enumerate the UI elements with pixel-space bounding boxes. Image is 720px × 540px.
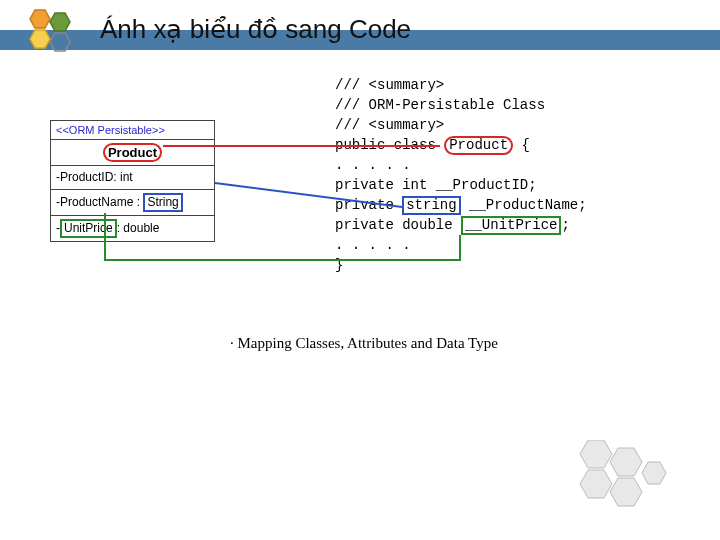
code-line-5: . . . . . <box>335 155 587 175</box>
highlight-code-field-green: __UnitPrice <box>461 216 561 235</box>
svg-marker-7 <box>610 448 642 476</box>
svg-marker-10 <box>642 462 666 484</box>
code-line-7: private string __ProductName; <box>335 195 587 215</box>
code-line-4: public class Product { <box>335 135 587 155</box>
highlight-code-type-blue: string <box>402 196 460 215</box>
uml-attr-productid: -ProductID: int <box>51 166 214 190</box>
highlight-type-blue: String <box>143 193 182 212</box>
code-line-8: private double __UnitPrice; <box>335 215 587 235</box>
highlight-classname-red: Product <box>103 143 162 162</box>
svg-marker-3 <box>50 33 70 51</box>
caption: · Mapping Classes, Attributes and Data T… <box>230 335 498 352</box>
uml-attributes: -ProductID: int -ProductName : String -U… <box>51 166 214 241</box>
code-line-3: /// <summary> <box>335 115 587 135</box>
code-line-9: . . . . . <box>335 235 587 255</box>
uml-attr-productname: -ProductName : String <box>51 190 214 216</box>
code-line-6: private int __ProductID; <box>335 175 587 195</box>
uml-stereotype: <<ORM Persistable>> <box>51 121 214 140</box>
svg-marker-9 <box>610 478 642 506</box>
code-line-2: /// ORM-Persistable Class <box>335 95 587 115</box>
code-line-10: } <box>335 255 587 275</box>
code-line-1: /// <summary> <box>335 75 587 95</box>
uml-class-name: Product <box>51 140 214 166</box>
svg-marker-8 <box>580 470 612 498</box>
code-block: /// <summary> /// ORM-Persistable Class … <box>335 75 587 275</box>
footer-hexagon-decoration <box>560 440 670 510</box>
uml-attr-unitprice: -UnitPrice: double <box>51 216 214 241</box>
highlight-code-classname-red: Product <box>444 136 513 155</box>
svg-marker-2 <box>30 30 50 48</box>
header-hexagon-decoration <box>18 8 88 58</box>
highlight-attr-green: UnitPrice <box>60 219 117 238</box>
svg-marker-1 <box>50 13 70 31</box>
page-title: Ánh xạ biểu đồ sang Code <box>100 14 411 45</box>
uml-class-box: <<ORM Persistable>> Product -ProductID: … <box>50 120 215 242</box>
svg-marker-6 <box>580 440 612 468</box>
svg-marker-0 <box>30 10 50 28</box>
